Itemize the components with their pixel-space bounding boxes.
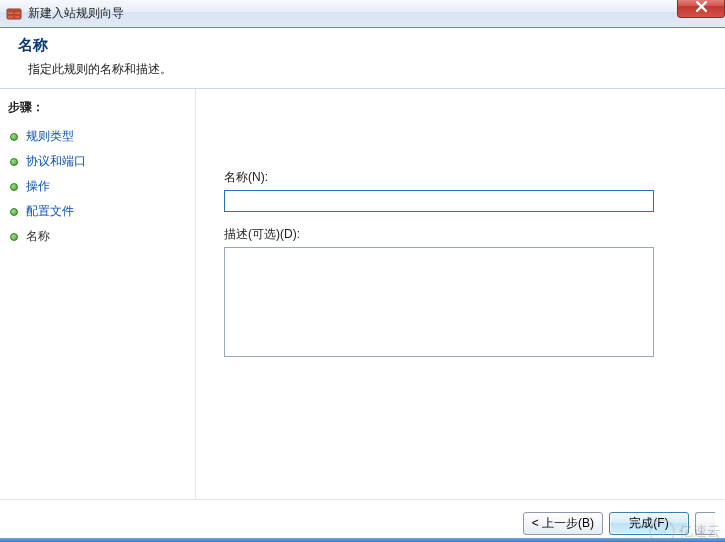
window-titlebar: 新建入站规则向导 (0, 0, 725, 28)
step-action[interactable]: 操作 (8, 174, 187, 199)
firewall-icon (6, 6, 22, 22)
step-bullet-icon (10, 183, 18, 191)
finish-button[interactable]: 完成(F) (609, 512, 689, 535)
description-field-label: 描述(可选)(D): (224, 226, 697, 243)
steps-header: 步骤： (8, 99, 187, 116)
wizard-body: 步骤： 规则类型 协议和端口 操作 配置文件 名称 名称(N): 描述(可选)(… (0, 89, 725, 499)
step-name[interactable]: 名称 (8, 224, 187, 249)
window-bottom-edge (0, 538, 725, 542)
step-bullet-icon (10, 233, 18, 241)
wizard-footer: < 上一步(B) 完成(F) ∞ 亿速云 (0, 499, 725, 542)
name-input[interactable] (224, 190, 654, 212)
step-label: 协议和端口 (26, 153, 86, 170)
name-field-label: 名称(N): (224, 169, 697, 186)
step-label: 名称 (26, 228, 50, 245)
steps-sidebar: 步骤： 规则类型 协议和端口 操作 配置文件 名称 (0, 89, 196, 499)
step-label: 规则类型 (26, 128, 74, 145)
close-icon (696, 1, 707, 12)
page-title: 名称 (18, 36, 707, 55)
cancel-button[interactable] (695, 512, 715, 535)
step-bullet-icon (10, 158, 18, 166)
step-rule-type[interactable]: 规则类型 (8, 124, 187, 149)
wizard-content: 名称(N): 描述(可选)(D): (196, 89, 725, 499)
page-subtitle: 指定此规则的名称和描述。 (18, 61, 707, 78)
step-profile[interactable]: 配置文件 (8, 199, 187, 224)
close-button[interactable] (677, 0, 725, 18)
step-bullet-icon (10, 208, 18, 216)
back-button[interactable]: < 上一步(B) (523, 512, 603, 535)
svg-rect-3 (13, 9, 15, 19)
step-label: 配置文件 (26, 203, 74, 220)
step-label: 操作 (26, 178, 50, 195)
wizard-header: 名称 指定此规则的名称和描述。 (0, 28, 725, 89)
step-protocol-port[interactable]: 协议和端口 (8, 149, 187, 174)
step-bullet-icon (10, 133, 18, 141)
description-input[interactable] (224, 247, 654, 357)
window-title: 新建入站规则向导 (28, 5, 124, 22)
